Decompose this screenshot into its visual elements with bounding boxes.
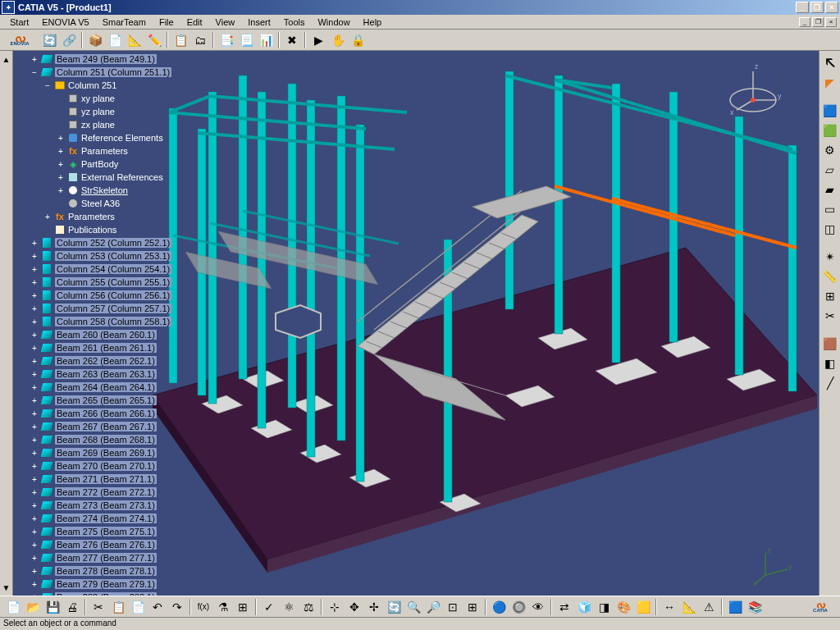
- new-icon[interactable]: 📄: [4, 598, 22, 616]
- tree-toggle-icon[interactable]: −: [30, 67, 39, 77]
- axis-icon[interactable]: ⊹: [326, 598, 344, 616]
- zoom-out-icon[interactable]: 🔎: [424, 598, 442, 616]
- tool-pointer-icon[interactable]: ◤: [821, 74, 839, 92]
- tool-green-icon[interactable]: 🟩: [821, 121, 839, 139]
- tool-refresh-icon[interactable]: 🔄: [40, 31, 58, 49]
- hidden-icon[interactable]: 👁: [529, 598, 547, 616]
- tree-toggle-icon[interactable]: +: [56, 172, 66, 182]
- normal-view-icon[interactable]: ⊡: [444, 598, 462, 616]
- check-icon[interactable]: ⚛: [280, 598, 298, 616]
- tool-pages-icon[interactable]: 📃: [237, 31, 255, 49]
- iso-icon[interactable]: ◨: [595, 598, 613, 616]
- tree-item[interactable]: +Beam 271 (Beam 271.1): [16, 472, 202, 486]
- tool-render-icon[interactable]: 🟫: [821, 335, 839, 353]
- menu-edit[interactable]: Edit: [180, 16, 209, 29]
- tree-item[interactable]: −Column 251 (Column 251.1): [16, 66, 202, 79]
- menu-smarteam[interactable]: SmarTeam: [96, 16, 153, 29]
- tree-toggle-icon[interactable]: +: [30, 474, 39, 484]
- tree-item[interactable]: +Beam 280 (Beam 280.1): [16, 591, 202, 596]
- clash-icon[interactable]: ⚠: [700, 598, 718, 616]
- tree-item[interactable]: +Beam 260 (Beam 260.1): [16, 328, 202, 341]
- tree-toggle-icon[interactable]: +: [30, 422, 39, 431]
- tree-item[interactable]: +Beam 263 (Beam 263.1): [16, 368, 202, 381]
- tree-toggle-icon[interactable]: +: [56, 159, 66, 169]
- tree-item[interactable]: +fxParameters: [16, 144, 202, 158]
- law-icon[interactable]: ⚖: [299, 598, 317, 616]
- tree-toggle-icon[interactable]: +: [30, 487, 39, 497]
- swap-icon[interactable]: ⇄: [555, 598, 573, 616]
- tree-toggle-icon[interactable]: +: [30, 54, 39, 64]
- render2-icon[interactable]: 🎨: [614, 598, 632, 616]
- tree-toggle-icon[interactable]: +: [30, 264, 39, 274]
- tree-toggle-icon[interactable]: +: [30, 592, 39, 596]
- menu-window[interactable]: Window: [311, 16, 356, 29]
- tree-toggle-icon[interactable]: +: [30, 448, 39, 458]
- rotate-icon[interactable]: 🔄: [385, 598, 403, 616]
- open-icon[interactable]: 📂: [24, 598, 42, 616]
- tree-item[interactable]: +Beam 264 (Beam 264.1): [16, 381, 202, 394]
- cube-view-icon[interactable]: 🧊: [575, 598, 593, 616]
- tree-toggle-icon[interactable]: +: [30, 277, 39, 287]
- tree-item[interactable]: +Beam 279 (Beam 279.1): [16, 578, 202, 591]
- mdi-minimize-button[interactable]: _: [799, 17, 810, 27]
- close-button[interactable]: ×: [825, 2, 838, 13]
- tree-toggle-icon[interactable]: +: [30, 317, 39, 326]
- tool-cross-icon[interactable]: ✖: [283, 31, 301, 49]
- tree-item[interactable]: +Column 258 (Column 258.1): [16, 315, 202, 328]
- tool-lock-icon[interactable]: 🔒: [349, 31, 367, 49]
- redo-icon[interactable]: ↷: [168, 598, 186, 616]
- zoom-in-icon[interactable]: 🔍: [404, 598, 422, 616]
- tree-toggle-icon[interactable]: +: [30, 356, 39, 366]
- cut-icon[interactable]: ✂: [89, 598, 107, 616]
- tree-toggle-icon[interactable]: +: [30, 238, 39, 248]
- tree-item[interactable]: +Beam 268 (Beam 268.1): [16, 433, 202, 446]
- tree-item[interactable]: +Column 255 (Column 255.1): [16, 276, 202, 289]
- tool-explode-icon[interactable]: ✴: [821, 248, 839, 266]
- axis-triad[interactable]: z y x: [753, 546, 794, 587]
- tool-sheet-icon[interactable]: 📄: [106, 31, 124, 49]
- tree-toggle-icon[interactable]: +: [30, 461, 39, 471]
- tree-toggle-icon[interactable]: +: [30, 409, 39, 418]
- knowledge-icon[interactable]: ⚗: [214, 598, 232, 616]
- tree-item[interactable]: Steel A36: [16, 197, 202, 210]
- tree-item[interactable]: zx plane: [16, 118, 202, 131]
- fit-icon[interactable]: ✥: [345, 598, 363, 616]
- tree-toggle-icon[interactable]: +: [30, 395, 39, 405]
- minimize-button[interactable]: _: [796, 2, 809, 13]
- tool-doc-icon[interactable]: 📋: [171, 31, 189, 49]
- tree-toggle-icon[interactable]: +: [43, 212, 52, 221]
- tree-toggle-icon[interactable]: +: [30, 304, 39, 313]
- menu-start[interactable]: Start: [3, 16, 35, 29]
- tree-item[interactable]: +Beam 261 (Beam 261.1): [16, 341, 202, 354]
- wireframe-icon[interactable]: 🔘: [509, 598, 527, 616]
- tool-plate2-icon[interactable]: ▰: [821, 180, 839, 199]
- tree-toggle-icon[interactable]: +: [30, 540, 39, 550]
- rule-icon[interactable]: ✓: [260, 598, 278, 616]
- tree-scroll-up-icon[interactable]: ▲: [2, 54, 11, 64]
- material-icon[interactable]: 🟨: [634, 598, 652, 616]
- maximize-button[interactable]: ❐: [810, 2, 824, 13]
- menu-view[interactable]: View: [209, 16, 242, 29]
- measure-dist-icon[interactable]: ↔: [660, 598, 678, 616]
- tool-measure-icon[interactable]: 📏: [821, 267, 839, 285]
- apply-material-icon[interactable]: 🟦: [726, 598, 744, 616]
- design-table-icon[interactable]: ⊞: [234, 598, 252, 616]
- measure-item-icon[interactable]: 📐: [680, 598, 698, 616]
- tree-item[interactable]: +Beam 262 (Beam 262.1): [16, 354, 202, 368]
- specification-tree[interactable]: +Beam 249 (Beam 249.1)−Column 251 (Colum…: [13, 51, 202, 596]
- tree-toggle-icon[interactable]: +: [30, 553, 39, 563]
- tree-toggle-icon[interactable]: +: [30, 251, 39, 261]
- tree-item[interactable]: +Column 252 (Column 252.1): [16, 236, 202, 249]
- tree-toggle-icon[interactable]: +: [30, 382, 39, 392]
- mdi-close-button[interactable]: ×: [825, 17, 837, 27]
- tree-item[interactable]: Publications: [16, 223, 202, 236]
- tree-item[interactable]: +Beam 278 (Beam 278.1): [16, 564, 202, 578]
- tool-hand-icon[interactable]: ✋: [329, 31, 347, 49]
- tool-plate4-icon[interactable]: ◫: [821, 220, 839, 238]
- tree-item[interactable]: +Beam 277 (Beam 277.1): [16, 551, 202, 564]
- tree-item[interactable]: +Beam 266 (Beam 266.1): [16, 407, 202, 420]
- tool-ruler-icon[interactable]: 📐: [126, 31, 144, 49]
- tree-toggle-icon[interactable]: +: [30, 290, 39, 300]
- tool-stack-icon[interactable]: 🗂: [191, 31, 209, 49]
- copy2-icon[interactable]: 📋: [109, 598, 127, 616]
